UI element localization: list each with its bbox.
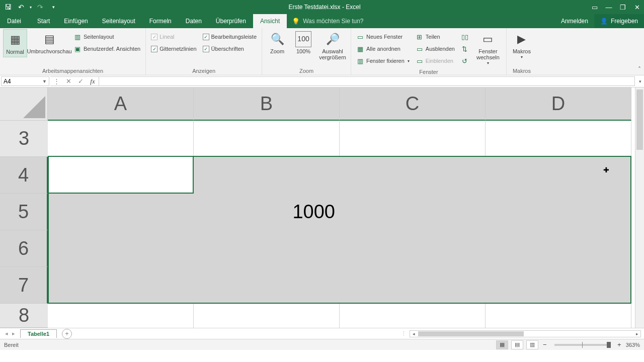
- cell-a8[interactable]: [48, 304, 194, 328]
- tab-einfuegen[interactable]: Einfügen: [57, 14, 95, 28]
- cell-c7[interactable]: [340, 267, 486, 304]
- cell-d7[interactable]: [486, 267, 631, 304]
- scrollbar-thumb[interactable]: [636, 89, 643, 150]
- scroll-left-icon[interactable]: ◂: [410, 331, 417, 336]
- ribbon-display-icon[interactable]: ▭: [588, 0, 602, 14]
- undo-button[interactable]: ↶: [15, 1, 27, 13]
- select-all-button[interactable]: [0, 87, 48, 121]
- share-button[interactable]: 👤 Freigeben: [594, 14, 644, 28]
- cell-a7[interactable]: [48, 267, 194, 304]
- arrange-all-button[interactable]: ▦Alle anordnen: [354, 43, 412, 54]
- col-header-b[interactable]: B: [194, 87, 340, 121]
- row-header-5[interactable]: 5: [0, 194, 48, 230]
- cell-c5[interactable]: [340, 194, 486, 230]
- minimize-button[interactable]: —: [602, 0, 616, 14]
- tab-ueberpruefen[interactable]: Überprüfen: [209, 14, 253, 28]
- cells[interactable]: 1000: [48, 121, 635, 328]
- row-header-4[interactable]: 4: [0, 157, 48, 194]
- sheet-tab-tabelle1[interactable]: Tabelle1: [20, 329, 57, 338]
- custom-views-button[interactable]: ▣ Benutzerdef. Ansichten: [71, 43, 142, 54]
- tab-ansicht[interactable]: Ansicht: [253, 14, 287, 28]
- zoom-selection-button[interactable]: 🔎 Auswahl vergrößern: [317, 29, 348, 62]
- zoom-slider-knob[interactable]: [607, 342, 611, 348]
- col-header-a[interactable]: A: [48, 87, 194, 121]
- macros-button[interactable]: ▶ Makros▾: [510, 29, 534, 62]
- split-button[interactable]: ⊞Teilen: [414, 31, 457, 42]
- row-header-7[interactable]: 7: [0, 267, 48, 304]
- gridlines-checkbox[interactable]: ✓ Gitternetzlinien: [149, 43, 198, 54]
- view-side-by-side-button[interactable]: ▯▯: [459, 31, 471, 42]
- hide-button[interactable]: ▭Ausblenden: [414, 43, 457, 54]
- zoom-in-button[interactable]: +: [616, 341, 623, 348]
- add-sheet-button[interactable]: ＋: [62, 329, 72, 339]
- cell-c6[interactable]: [340, 230, 486, 267]
- cell-b8[interactable]: [194, 304, 340, 328]
- switch-windows-button[interactable]: ▭ Fenster wechseln▾: [473, 29, 503, 68]
- row-header-8[interactable]: 8: [0, 304, 48, 328]
- sheet-nav-next-icon[interactable]: ▸: [12, 330, 15, 337]
- tab-seitenlayout[interactable]: Seitenlayout: [95, 14, 142, 28]
- headings-checkbox[interactable]: ✓ Überschriften: [201, 43, 259, 54]
- page-break-preview-button[interactable]: ▤ Umbruchvorschau: [29, 29, 69, 56]
- cell-b5[interactable]: 1000: [194, 194, 340, 230]
- collapse-ribbon-button[interactable]: ˄: [638, 66, 641, 73]
- page-layout-status-button[interactable]: ▤: [511, 340, 523, 349]
- save-button[interactable]: 🖫: [2, 1, 14, 13]
- expand-formula-bar-button[interactable]: ▾: [636, 75, 644, 87]
- cell-b3[interactable]: [194, 121, 340, 157]
- cell-d3[interactable]: [486, 121, 631, 157]
- zoom-level[interactable]: 363%: [626, 342, 640, 348]
- cell-c4[interactable]: [340, 157, 486, 194]
- formula-bar-checkbox[interactable]: ✓ Bearbeitungsleiste: [201, 31, 259, 42]
- name-box[interactable]: A4 ▼: [1, 76, 49, 86]
- tell-me-search[interactable]: 💡 Was möchten Sie tun?: [287, 14, 368, 28]
- cell-d5[interactable]: [486, 194, 631, 230]
- scroll-right-icon[interactable]: ▸: [633, 331, 640, 336]
- tab-file[interactable]: Datei: [0, 14, 28, 28]
- cell-c8[interactable]: [340, 304, 486, 328]
- normal-view-button[interactable]: ▦ Normal: [3, 29, 27, 57]
- sheet-nav-prev-icon[interactable]: ◂: [5, 330, 8, 337]
- scrollbar-thumb[interactable]: [418, 331, 524, 336]
- worksheet-grid[interactable]: A B C D 3 4 5 6 7 8: [0, 87, 644, 328]
- cell-a5[interactable]: [48, 194, 194, 230]
- col-header-d[interactable]: D: [486, 87, 631, 121]
- formula-bar[interactable]: [99, 76, 635, 86]
- zoom-out-button[interactable]: −: [541, 341, 548, 348]
- new-window-button[interactable]: ▭Neues Fenster: [354, 31, 412, 42]
- row-header-6[interactable]: 6: [0, 230, 48, 267]
- col-header-c[interactable]: C: [340, 87, 486, 121]
- sheet-nav-arrows[interactable]: ◂ ▸: [0, 330, 20, 337]
- cell-b6[interactable]: [194, 230, 340, 267]
- cell-a4[interactable]: [48, 157, 194, 194]
- cell-b4[interactable]: [194, 157, 340, 194]
- normal-view-status-button[interactable]: ▦: [496, 340, 508, 349]
- cell-d8[interactable]: [486, 304, 631, 328]
- tab-daten[interactable]: Daten: [179, 14, 209, 28]
- row-header-3[interactable]: 3: [0, 121, 48, 157]
- page-break-status-button[interactable]: ▥: [526, 340, 538, 349]
- horizontal-scrollbar[interactable]: ◂ ▸: [410, 330, 641, 337]
- cell-a6[interactable]: [48, 230, 194, 267]
- cell-b7[interactable]: [194, 267, 340, 304]
- freeze-panes-button[interactable]: ▥Fenster fixieren▾: [354, 55, 412, 66]
- vertical-scrollbar[interactable]: [635, 87, 644, 328]
- zoom-button[interactable]: 🔍 Zoom: [265, 29, 289, 56]
- close-button[interactable]: ✕: [630, 0, 644, 14]
- signin-button[interactable]: Anmelden: [555, 14, 594, 28]
- zoom-slider[interactable]: [554, 344, 610, 346]
- cell-c3[interactable]: [340, 121, 486, 157]
- page-layout-button[interactable]: ▥ Seitenlayout: [71, 31, 142, 42]
- undo-more-icon[interactable]: ▾: [28, 1, 33, 13]
- name-box-value: A4: [4, 78, 11, 85]
- cell-a3[interactable]: [48, 121, 194, 157]
- tab-formeln[interactable]: Formeln: [142, 14, 179, 28]
- qat-customize-icon[interactable]: ▾: [47, 1, 59, 13]
- cell-d6[interactable]: [486, 230, 631, 267]
- insert-function-button[interactable]: fx: [87, 77, 99, 85]
- zoom-100-button[interactable]: 100 100%: [291, 29, 315, 56]
- maximize-button[interactable]: ❐: [616, 0, 630, 14]
- tab-start[interactable]: Start: [30, 14, 57, 28]
- cell-d4[interactable]: [486, 157, 631, 194]
- chevron-down-icon[interactable]: ▼: [42, 79, 47, 84]
